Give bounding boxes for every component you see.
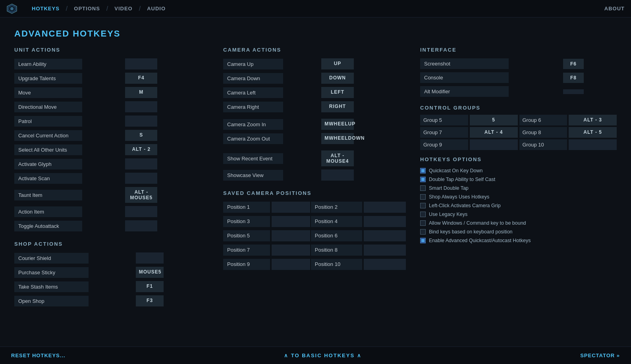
binding-label[interactable]: Move xyxy=(14,87,82,98)
pos-label[interactable]: Position 9 xyxy=(223,259,270,270)
pos-label[interactable]: Position 3 xyxy=(223,216,270,227)
pos-key2[interactable] xyxy=(364,216,406,227)
binding-key[interactable]: LEFT xyxy=(321,87,354,98)
binding-key[interactable]: F4 xyxy=(125,73,157,84)
binding-key[interactable] xyxy=(125,58,157,69)
binding-key[interactable]: S xyxy=(125,130,157,141)
binding-key[interactable]: ALT - 2 xyxy=(125,144,157,155)
pos-label[interactable]: Position 1 xyxy=(223,202,270,213)
binding-label[interactable]: Showcase View xyxy=(223,170,283,181)
binding-label[interactable]: Purchase Sticky xyxy=(14,267,89,278)
pos-key2[interactable] xyxy=(364,202,406,213)
option-row[interactable]: Use Legacy Keys xyxy=(420,210,617,219)
cg-group-key[interactable]: ALT - 4 xyxy=(470,127,518,138)
iface-label[interactable]: Screenshot xyxy=(420,58,509,69)
binding-label[interactable]: Camera Up xyxy=(223,59,283,69)
option-checkbox[interactable] xyxy=(420,177,426,182)
option-row[interactable]: Shop Always Uses Hotkeys xyxy=(420,193,617,201)
pos-key2[interactable] xyxy=(364,245,406,256)
pos-label2[interactable]: Position 8 xyxy=(311,245,362,256)
pos-key[interactable] xyxy=(272,259,310,270)
binding-key[interactable]: F1 xyxy=(136,281,164,292)
option-row[interactable]: Enable Advanced Quickcast/Autocast Hotke… xyxy=(420,236,617,245)
binding-key[interactable]: M xyxy=(125,87,157,98)
nav-about[interactable]: ABOUT xyxy=(604,6,625,12)
option-checkbox[interactable] xyxy=(420,168,426,173)
binding-label[interactable]: Camera Left xyxy=(223,87,283,98)
option-checkbox[interactable] xyxy=(420,212,426,217)
binding-label[interactable]: Camera Zoom Out xyxy=(223,133,283,144)
option-row[interactable]: Allow Windows / Command key to be bound xyxy=(420,219,617,227)
cg-group-key[interactable]: ALT - 5 xyxy=(569,127,617,138)
pos-label2[interactable]: Position 10 xyxy=(311,259,362,270)
binding-label[interactable]: Upgrade Talents xyxy=(14,73,82,84)
iface-label[interactable]: Alt Modifier xyxy=(420,86,509,97)
binding-label[interactable]: Show Recent Event xyxy=(223,153,283,164)
binding-label[interactable]: Activate Glyph xyxy=(14,159,82,169)
binding-key[interactable] xyxy=(125,173,157,184)
cg-group-key[interactable]: 5 xyxy=(470,115,518,125)
binding-key[interactable] xyxy=(125,220,157,231)
pos-label[interactable]: Position 5 xyxy=(223,230,270,241)
cg-group-key[interactable] xyxy=(470,139,518,150)
binding-label[interactable]: Courier Shield xyxy=(14,253,89,264)
binding-label[interactable]: Learn Ability xyxy=(14,59,82,69)
binding-key[interactable] xyxy=(125,101,157,112)
binding-key[interactable]: ALT - MOUSE5 xyxy=(125,187,157,203)
binding-label[interactable]: Open Shop xyxy=(14,296,89,306)
nav-video[interactable]: VIDEO xyxy=(108,6,139,12)
iface-label[interactable]: Console xyxy=(420,72,509,83)
option-row[interactable]: Quickcast On Key Down xyxy=(420,166,617,175)
binding-label[interactable]: Take Stash Items xyxy=(14,281,89,292)
reset-hotkeys-button[interactable]: RESET HOTKEYS... xyxy=(11,352,66,358)
option-checkbox[interactable] xyxy=(420,203,426,208)
binding-label[interactable]: Camera Zoom In xyxy=(223,119,283,130)
binding-label[interactable]: Directional Move xyxy=(14,102,82,112)
binding-key[interactable]: RIGHT xyxy=(321,101,354,112)
binding-label[interactable]: Taunt Item xyxy=(14,190,82,200)
pos-key[interactable] xyxy=(272,245,310,256)
binding-label[interactable]: Camera Down xyxy=(223,73,283,84)
binding-label[interactable]: Cancel Current Action xyxy=(14,130,82,141)
binding-label[interactable]: Activate Scan xyxy=(14,173,82,184)
pos-key[interactable] xyxy=(272,202,310,213)
option-checkbox[interactable] xyxy=(420,220,426,226)
binding-label[interactable]: Toggle Autoattack xyxy=(14,221,82,231)
cg-group-key[interactable] xyxy=(569,139,617,150)
nav-hotkeys[interactable]: HOTKEYS xyxy=(25,6,66,12)
binding-label[interactable]: Action Item xyxy=(14,206,82,217)
binding-label[interactable]: Select All Other Units xyxy=(14,144,82,155)
binding-key[interactable] xyxy=(125,158,157,169)
binding-key[interactable] xyxy=(125,116,157,127)
nav-audio[interactable]: AUDIO xyxy=(141,6,172,12)
pos-key[interactable] xyxy=(272,230,310,241)
binding-key[interactable]: DOWN xyxy=(321,73,354,84)
option-checkbox[interactable] xyxy=(420,194,426,200)
binding-label[interactable]: Patrol xyxy=(14,116,82,127)
binding-key[interactable] xyxy=(321,169,354,181)
pos-label2[interactable]: Position 6 xyxy=(311,230,362,241)
option-checkbox[interactable] xyxy=(420,238,426,243)
option-checkbox[interactable] xyxy=(420,185,426,191)
iface-key[interactable] xyxy=(563,89,583,94)
cg-group-key[interactable]: ALT - 3 xyxy=(569,115,617,125)
spectator-button[interactable]: SPECTATOR » xyxy=(580,352,620,358)
basic-hotkeys-button[interactable]: ∧ TO BASIC HOTKEYS ∧ xyxy=(66,352,581,358)
option-row[interactable]: Left-Click Activates Camera Grip xyxy=(420,201,617,210)
pos-key2[interactable] xyxy=(364,230,406,241)
binding-label[interactable]: Camera Right xyxy=(223,102,283,112)
binding-key[interactable]: ALT - MOUSE4 xyxy=(321,150,354,166)
binding-key[interactable]: UP xyxy=(321,58,354,69)
pos-label[interactable]: Position 7 xyxy=(223,245,270,256)
binding-key[interactable] xyxy=(136,252,164,264)
pos-label2[interactable]: Position 4 xyxy=(311,216,362,227)
pos-label2[interactable]: Position 2 xyxy=(311,202,362,213)
pos-key2[interactable] xyxy=(364,259,406,270)
binding-key[interactable]: MWHEELUP xyxy=(321,119,354,130)
option-row[interactable]: Double Tap Ability to Self Cast xyxy=(420,175,617,184)
nav-options[interactable]: OPTIONS xyxy=(68,6,106,12)
binding-key[interactable]: MWHEELDOWN xyxy=(321,133,354,144)
option-checkbox[interactable] xyxy=(420,229,426,235)
iface-key[interactable]: F8 xyxy=(563,73,583,83)
binding-key[interactable] xyxy=(125,206,157,217)
